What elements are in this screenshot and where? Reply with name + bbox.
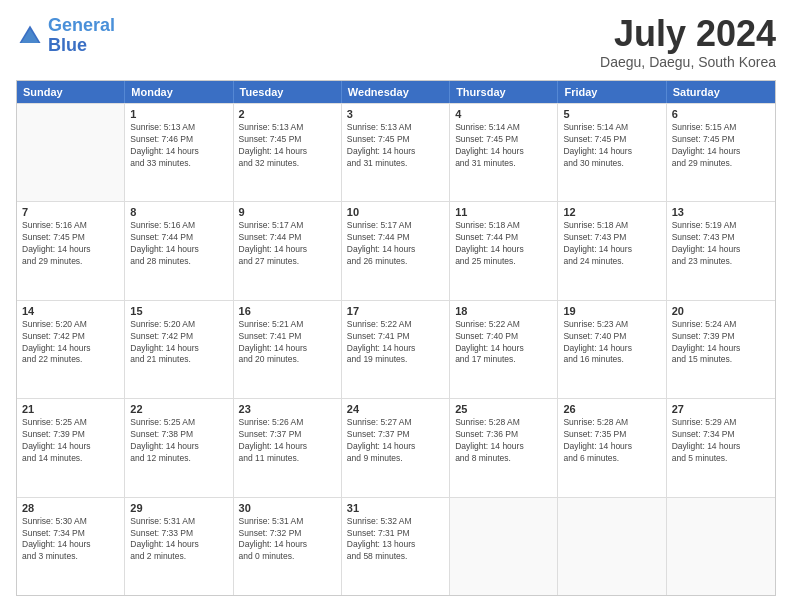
cal-cell — [667, 498, 775, 595]
day-number: 26 — [563, 403, 660, 415]
week-row-4: 21Sunrise: 5:25 AM Sunset: 7:39 PM Dayli… — [17, 398, 775, 496]
day-number: 29 — [130, 502, 227, 514]
cal-cell: 5Sunrise: 5:14 AM Sunset: 7:45 PM Daylig… — [558, 104, 666, 201]
day-number: 9 — [239, 206, 336, 218]
subtitle: Daegu, Daegu, South Korea — [600, 54, 776, 70]
logo-text: General Blue — [48, 16, 115, 56]
day-info: Sunrise: 5:21 AM Sunset: 7:41 PM Dayligh… — [239, 319, 336, 367]
day-info: Sunrise: 5:25 AM Sunset: 7:39 PM Dayligh… — [22, 417, 119, 465]
cal-cell: 4Sunrise: 5:14 AM Sunset: 7:45 PM Daylig… — [450, 104, 558, 201]
day-info: Sunrise: 5:15 AM Sunset: 7:45 PM Dayligh… — [672, 122, 770, 170]
header-cell-tuesday: Tuesday — [234, 81, 342, 103]
cal-cell — [558, 498, 666, 595]
day-number: 31 — [347, 502, 444, 514]
day-info: Sunrise: 5:13 AM Sunset: 7:45 PM Dayligh… — [347, 122, 444, 170]
cal-cell: 31Sunrise: 5:32 AM Sunset: 7:31 PM Dayli… — [342, 498, 450, 595]
day-info: Sunrise: 5:18 AM Sunset: 7:44 PM Dayligh… — [455, 220, 552, 268]
cal-cell: 7Sunrise: 5:16 AM Sunset: 7:45 PM Daylig… — [17, 202, 125, 299]
cal-cell: 27Sunrise: 5:29 AM Sunset: 7:34 PM Dayli… — [667, 399, 775, 496]
day-number: 12 — [563, 206, 660, 218]
day-info: Sunrise: 5:31 AM Sunset: 7:33 PM Dayligh… — [130, 516, 227, 564]
day-number: 15 — [130, 305, 227, 317]
day-info: Sunrise: 5:16 AM Sunset: 7:44 PM Dayligh… — [130, 220, 227, 268]
header-cell-saturday: Saturday — [667, 81, 775, 103]
day-number: 25 — [455, 403, 552, 415]
day-number: 28 — [22, 502, 119, 514]
day-info: Sunrise: 5:24 AM Sunset: 7:39 PM Dayligh… — [672, 319, 770, 367]
cal-cell: 30Sunrise: 5:31 AM Sunset: 7:32 PM Dayli… — [234, 498, 342, 595]
day-info: Sunrise: 5:22 AM Sunset: 7:40 PM Dayligh… — [455, 319, 552, 367]
day-number: 21 — [22, 403, 119, 415]
cal-cell: 20Sunrise: 5:24 AM Sunset: 7:39 PM Dayli… — [667, 301, 775, 398]
cal-cell: 26Sunrise: 5:28 AM Sunset: 7:35 PM Dayli… — [558, 399, 666, 496]
cal-cell: 24Sunrise: 5:27 AM Sunset: 7:37 PM Dayli… — [342, 399, 450, 496]
day-number: 22 — [130, 403, 227, 415]
week-row-5: 28Sunrise: 5:30 AM Sunset: 7:34 PM Dayli… — [17, 497, 775, 595]
header-cell-wednesday: Wednesday — [342, 81, 450, 103]
cal-cell — [450, 498, 558, 595]
day-info: Sunrise: 5:14 AM Sunset: 7:45 PM Dayligh… — [455, 122, 552, 170]
cal-cell: 13Sunrise: 5:19 AM Sunset: 7:43 PM Dayli… — [667, 202, 775, 299]
cal-cell: 8Sunrise: 5:16 AM Sunset: 7:44 PM Daylig… — [125, 202, 233, 299]
day-number: 2 — [239, 108, 336, 120]
calendar: SundayMondayTuesdayWednesdayThursdayFrid… — [16, 80, 776, 596]
cal-cell: 29Sunrise: 5:31 AM Sunset: 7:33 PM Dayli… — [125, 498, 233, 595]
day-number: 18 — [455, 305, 552, 317]
day-number: 4 — [455, 108, 552, 120]
cal-cell: 21Sunrise: 5:25 AM Sunset: 7:39 PM Dayli… — [17, 399, 125, 496]
cal-cell: 10Sunrise: 5:17 AM Sunset: 7:44 PM Dayli… — [342, 202, 450, 299]
cal-cell: 18Sunrise: 5:22 AM Sunset: 7:40 PM Dayli… — [450, 301, 558, 398]
day-number: 1 — [130, 108, 227, 120]
day-number: 16 — [239, 305, 336, 317]
day-info: Sunrise: 5:27 AM Sunset: 7:37 PM Dayligh… — [347, 417, 444, 465]
day-number: 3 — [347, 108, 444, 120]
cal-cell: 14Sunrise: 5:20 AM Sunset: 7:42 PM Dayli… — [17, 301, 125, 398]
day-info: Sunrise: 5:25 AM Sunset: 7:38 PM Dayligh… — [130, 417, 227, 465]
day-info: Sunrise: 5:22 AM Sunset: 7:41 PM Dayligh… — [347, 319, 444, 367]
day-info: Sunrise: 5:17 AM Sunset: 7:44 PM Dayligh… — [239, 220, 336, 268]
day-info: Sunrise: 5:16 AM Sunset: 7:45 PM Dayligh… — [22, 220, 119, 268]
cal-cell — [17, 104, 125, 201]
cal-cell: 1Sunrise: 5:13 AM Sunset: 7:46 PM Daylig… — [125, 104, 233, 201]
day-info: Sunrise: 5:14 AM Sunset: 7:45 PM Dayligh… — [563, 122, 660, 170]
cal-cell: 19Sunrise: 5:23 AM Sunset: 7:40 PM Dayli… — [558, 301, 666, 398]
cal-cell: 16Sunrise: 5:21 AM Sunset: 7:41 PM Dayli… — [234, 301, 342, 398]
day-number: 24 — [347, 403, 444, 415]
cal-cell: 15Sunrise: 5:20 AM Sunset: 7:42 PM Dayli… — [125, 301, 233, 398]
title-area: July 2024 Daegu, Daegu, South Korea — [600, 16, 776, 70]
day-info: Sunrise: 5:28 AM Sunset: 7:36 PM Dayligh… — [455, 417, 552, 465]
day-number: 17 — [347, 305, 444, 317]
day-info: Sunrise: 5:20 AM Sunset: 7:42 PM Dayligh… — [130, 319, 227, 367]
day-info: Sunrise: 5:28 AM Sunset: 7:35 PM Dayligh… — [563, 417, 660, 465]
week-row-3: 14Sunrise: 5:20 AM Sunset: 7:42 PM Dayli… — [17, 300, 775, 398]
month-title: July 2024 — [600, 16, 776, 52]
day-number: 7 — [22, 206, 119, 218]
day-number: 20 — [672, 305, 770, 317]
day-number: 23 — [239, 403, 336, 415]
week-row-2: 7Sunrise: 5:16 AM Sunset: 7:45 PM Daylig… — [17, 201, 775, 299]
cal-cell: 22Sunrise: 5:25 AM Sunset: 7:38 PM Dayli… — [125, 399, 233, 496]
day-info: Sunrise: 5:20 AM Sunset: 7:42 PM Dayligh… — [22, 319, 119, 367]
day-number: 6 — [672, 108, 770, 120]
day-info: Sunrise: 5:29 AM Sunset: 7:34 PM Dayligh… — [672, 417, 770, 465]
day-info: Sunrise: 5:13 AM Sunset: 7:46 PM Dayligh… — [130, 122, 227, 170]
day-number: 8 — [130, 206, 227, 218]
week-row-1: 1Sunrise: 5:13 AM Sunset: 7:46 PM Daylig… — [17, 103, 775, 201]
day-number: 27 — [672, 403, 770, 415]
cal-cell: 17Sunrise: 5:22 AM Sunset: 7:41 PM Dayli… — [342, 301, 450, 398]
cal-cell: 2Sunrise: 5:13 AM Sunset: 7:45 PM Daylig… — [234, 104, 342, 201]
header: General Blue July 2024 Daegu, Daegu, Sou… — [16, 16, 776, 70]
day-info: Sunrise: 5:23 AM Sunset: 7:40 PM Dayligh… — [563, 319, 660, 367]
header-cell-friday: Friday — [558, 81, 666, 103]
cal-cell: 3Sunrise: 5:13 AM Sunset: 7:45 PM Daylig… — [342, 104, 450, 201]
day-number: 19 — [563, 305, 660, 317]
day-info: Sunrise: 5:30 AM Sunset: 7:34 PM Dayligh… — [22, 516, 119, 564]
cal-cell: 9Sunrise: 5:17 AM Sunset: 7:44 PM Daylig… — [234, 202, 342, 299]
cal-cell: 28Sunrise: 5:30 AM Sunset: 7:34 PM Dayli… — [17, 498, 125, 595]
cal-cell: 25Sunrise: 5:28 AM Sunset: 7:36 PM Dayli… — [450, 399, 558, 496]
day-number: 11 — [455, 206, 552, 218]
day-info: Sunrise: 5:13 AM Sunset: 7:45 PM Dayligh… — [239, 122, 336, 170]
cal-cell: 12Sunrise: 5:18 AM Sunset: 7:43 PM Dayli… — [558, 202, 666, 299]
logo: General Blue — [16, 16, 115, 56]
cal-cell: 6Sunrise: 5:15 AM Sunset: 7:45 PM Daylig… — [667, 104, 775, 201]
